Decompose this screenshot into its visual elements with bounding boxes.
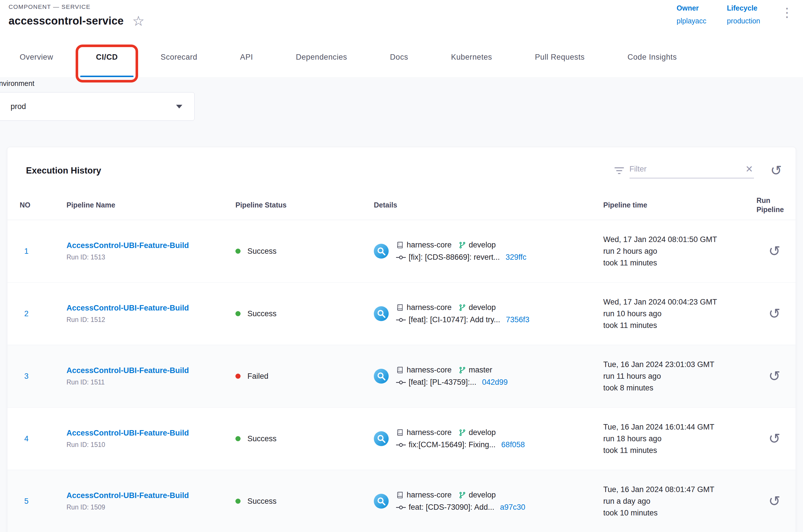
run-pipeline-button[interactable]: ↺	[768, 431, 781, 446]
pipeline-execution-icon	[374, 431, 389, 446]
time-date: Tue, 16 Jan 2024 16:01:44 GMT	[603, 421, 757, 433]
status-dot	[235, 499, 241, 504]
table-body: 1 AccessControl-UBI-Feature-Build Run ID…	[7, 220, 796, 532]
refresh-icon[interactable]: ↺	[770, 164, 782, 177]
tab-scorecard[interactable]: Scorecard	[145, 37, 213, 77]
time-date: Tue, 16 Jan 2024 23:01:03 GMT	[603, 359, 757, 370]
pipeline-execution-icon	[374, 244, 389, 259]
repo-name: harness-core	[407, 491, 452, 499]
pipeline-name-link[interactable]: AccessControl-UBI-Feature-Build	[66, 241, 235, 250]
star-icon[interactable]: ☆	[132, 14, 145, 28]
time-date: Tue, 16 Jan 2024 08:01:47 GMT	[603, 484, 757, 495]
git-branch-icon	[459, 304, 466, 311]
page-header: COMPONENT — SERVICE accesscontrol-servic…	[0, 0, 803, 37]
row-number: 2	[20, 309, 66, 318]
pipeline-execution-icon	[374, 306, 389, 321]
row-number: 3	[20, 372, 66, 381]
tab-overview[interactable]: Overview	[4, 37, 69, 77]
filter-icon	[614, 167, 624, 175]
tab-label: Scorecard	[161, 53, 197, 62]
owner-label: Owner	[676, 4, 706, 12]
tab-kubernetes[interactable]: Kubernetes	[435, 37, 508, 77]
run-pipeline-button[interactable]: ↺	[768, 493, 781, 509]
run-id: Run ID: 1513	[66, 253, 235, 261]
tab-api[interactable]: API	[224, 37, 269, 77]
breadcrumb: COMPONENT — SERVICE	[8, 3, 91, 10]
run-pipeline-button[interactable]: ↺	[768, 243, 781, 259]
git-commit-icon	[396, 380, 406, 385]
time-took: took 8 minutes	[603, 382, 757, 394]
pipeline-name-link[interactable]: AccessControl-UBI-Feature-Build	[66, 429, 235, 438]
git-branch-icon	[459, 492, 466, 499]
tab-docs[interactable]: Docs	[374, 37, 424, 77]
status-label: Success	[247, 247, 276, 256]
kebab-menu-icon[interactable]: ⋮	[781, 6, 793, 19]
table-row: 4 AccessControl-UBI-Feature-Build Run ID…	[7, 407, 796, 470]
status-dot	[235, 436, 241, 441]
run-id: Run ID: 1511	[66, 378, 235, 386]
pipeline-status-cell: Success	[235, 309, 374, 318]
commit-hash-link[interactable]: 68f058	[501, 440, 525, 449]
time-date: Wed, 17 Jan 2024 08:01:50 GMT	[603, 234, 757, 245]
tab-label: API	[240, 53, 253, 62]
time-ran: run a day ago	[603, 495, 757, 507]
tab-pull-requests[interactable]: Pull Requests	[519, 37, 600, 77]
clear-filter-icon[interactable]: ×	[745, 163, 754, 175]
repository-icon	[396, 366, 404, 374]
status-dot	[235, 249, 241, 254]
table-header-row: NOPipeline NamePipeline StatusDetailsPip…	[7, 190, 796, 220]
status-label: Failed	[247, 372, 269, 381]
section-title: Execution History	[20, 166, 101, 176]
environment-select[interactable]: prod	[0, 92, 195, 121]
owner-link[interactable]: plplayacc	[676, 17, 706, 25]
repository-icon	[396, 241, 404, 249]
pipeline-name-link[interactable]: AccessControl-UBI-Feature-Build	[66, 366, 235, 375]
git-branch-icon	[459, 242, 466, 249]
pipeline-status-cell: Success	[235, 434, 374, 443]
table-row: 2 AccessControl-UBI-Feature-Build Run ID…	[7, 283, 796, 345]
commit-hash-link[interactable]: 329ffc	[506, 253, 527, 262]
details-cell: harness-core develop [fix]:	[374, 241, 603, 262]
time-took: took 11 minutes	[603, 320, 757, 331]
table-row: 3 AccessControl-UBI-Feature-Build Run ID…	[7, 345, 796, 407]
filter-input[interactable]	[630, 165, 745, 173]
details-cell: harness-core develop fix:[C	[374, 428, 603, 449]
pipeline-time-cell: Tue, 16 Jan 2024 23:01:03 GMT run 11 hou…	[603, 359, 757, 394]
git-branch-icon	[459, 429, 466, 436]
status-label: Success	[247, 497, 276, 506]
commit-hash-link[interactable]: 7356f3	[506, 316, 530, 324]
pipeline-time-cell: Wed, 17 Jan 2024 08:01:50 GMT run 2 hour…	[603, 234, 757, 269]
lifecycle-label: Lifecycle	[727, 4, 760, 12]
run-id: Run ID: 1509	[66, 504, 235, 511]
pipeline-time-cell: Tue, 16 Jan 2024 16:01:44 GMT run 18 hou…	[603, 421, 757, 456]
branch-name: develop	[469, 428, 496, 437]
branch-name: develop	[469, 241, 496, 249]
tab-code-insights[interactable]: Code Insights	[612, 37, 692, 77]
tab-dependencies[interactable]: Dependencies	[280, 37, 363, 77]
row-number: 5	[20, 497, 66, 506]
details-cell: harness-core master [feat]:	[374, 366, 603, 387]
pipeline-name-link[interactable]: AccessControl-UBI-Feature-Build	[66, 304, 235, 312]
tab-bar: OverviewCI/CDScorecardAPIDependenciesDoc…	[0, 37, 803, 77]
git-commit-icon	[396, 442, 406, 448]
details-cell: harness-core develop [feat]	[374, 303, 603, 324]
tab-ci-cd[interactable]: CI/CD	[80, 37, 134, 77]
table-row: 1 AccessControl-UBI-Feature-Build Run ID…	[7, 220, 796, 283]
run-pipeline-button[interactable]: ↺	[768, 368, 781, 384]
lifecycle-link[interactable]: production	[727, 17, 760, 25]
execution-history-card: Execution History × ↺ NOPipeline NamePip…	[7, 147, 796, 532]
branch-name: develop	[469, 491, 496, 499]
repository-icon	[396, 304, 404, 311]
repo-name: harness-core	[407, 303, 452, 312]
commit-hash-link[interactable]: 042d99	[482, 378, 508, 387]
run-id: Run ID: 1510	[66, 441, 235, 449]
run-pipeline-button[interactable]: ↺	[768, 306, 781, 322]
branch-name: develop	[469, 303, 496, 312]
commit-hash-link[interactable]: a97c30	[500, 503, 525, 512]
column-header: NO	[20, 201, 66, 209]
pipeline-name-link[interactable]: AccessControl-UBI-Feature-Build	[66, 491, 235, 500]
pipeline-time-cell: Wed, 17 Jan 2024 00:04:23 GMT run 10 hou…	[603, 296, 757, 331]
chevron-down-icon	[176, 105, 182, 109]
time-ran: run 11 hours ago	[603, 370, 757, 382]
tab-label: Overview	[20, 53, 53, 62]
